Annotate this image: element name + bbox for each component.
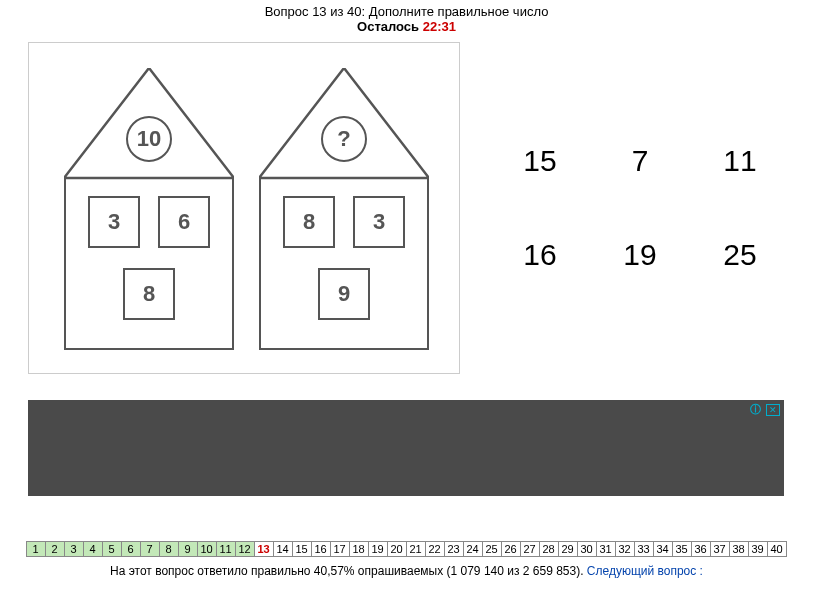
nav-question-9[interactable]: 9 [178,541,198,557]
question-nav: 1234567891011121314151617181920212223242… [0,540,813,557]
nav-question-26[interactable]: 26 [501,541,521,557]
nav-question-30[interactable]: 30 [577,541,597,557]
nav-question-20[interactable]: 20 [387,541,407,557]
house1-window-b: 6 [158,196,210,248]
house2-window-b: 3 [353,196,405,248]
nav-question-17[interactable]: 17 [330,541,350,557]
nav-question-34[interactable]: 34 [653,541,673,557]
nav-question-27[interactable]: 27 [520,541,540,557]
timer-label: Осталось [357,19,423,34]
ad-info-icon[interactable]: ⓘ [750,403,760,415]
nav-question-7[interactable]: 7 [140,541,160,557]
timer-value: 22:31 [423,19,456,34]
nav-question-1[interactable]: 1 [26,541,46,557]
nav-question-31[interactable]: 31 [596,541,616,557]
nav-question-18[interactable]: 18 [349,541,369,557]
nav-question-38[interactable]: 38 [729,541,749,557]
answer-option[interactable]: 16 [490,238,590,272]
nav-question-10[interactable]: 10 [197,541,217,557]
question-of: из 40: [327,4,369,19]
question-text: Дополните правильное число [369,4,549,19]
timer-line: Осталось 22:31 [0,19,813,34]
nav-question-8[interactable]: 8 [159,541,179,557]
question-number: 13 [312,4,326,19]
nav-question-12[interactable]: 12 [235,541,255,557]
nav-question-29[interactable]: 29 [558,541,578,557]
house2-body: 8 3 9 [259,178,429,350]
house1-body: 3 6 8 [64,178,234,350]
nav-question-36[interactable]: 36 [691,541,711,557]
nav-question-35[interactable]: 35 [672,541,692,557]
house1-window-a: 3 [88,196,140,248]
puzzle-image: 10 3 6 8 ? 8 3 9 [28,42,460,374]
nav-question-32[interactable]: 32 [615,541,635,557]
nav-question-4[interactable]: 4 [83,541,103,557]
nav-question-14[interactable]: 14 [273,541,293,557]
nav-question-19[interactable]: 19 [368,541,388,557]
footer-stats: На этот вопрос ответило правильно 40,57%… [110,564,587,578]
nav-question-11[interactable]: 11 [216,541,236,557]
question-prefix: Вопрос [265,4,313,19]
nav-question-39[interactable]: 39 [748,541,768,557]
ad-close-icon[interactable]: ✕ [766,404,780,416]
answer-option[interactable]: 11 [690,144,790,178]
nav-question-21[interactable]: 21 [406,541,426,557]
ad-banner: ⓘ ✕ [28,400,784,496]
house-1: 10 3 6 8 [64,68,234,348]
nav-question-5[interactable]: 5 [102,541,122,557]
question-header: Вопрос 13 из 40: Дополните правильное чи… [0,0,813,19]
answer-option[interactable]: 19 [590,238,690,272]
nav-question-25[interactable]: 25 [482,541,502,557]
answer-option[interactable]: 15 [490,144,590,178]
house1-window-c: 8 [123,268,175,320]
nav-question-3[interactable]: 3 [64,541,84,557]
house2-roof-value: ? [321,116,367,162]
nav-question-13[interactable]: 13 [254,541,274,557]
nav-question-28[interactable]: 28 [539,541,559,557]
house-2: ? 8 3 9 [259,68,429,348]
nav-question-2[interactable]: 2 [45,541,65,557]
nav-question-6[interactable]: 6 [121,541,141,557]
answers-block: 15 7 11 16 19 25 [490,144,813,272]
house1-roof-value: 10 [126,116,172,162]
answer-option[interactable]: 25 [690,238,790,272]
nav-question-15[interactable]: 15 [292,541,312,557]
next-question-link[interactable]: Следующий вопрос : [587,564,703,578]
nav-question-37[interactable]: 37 [710,541,730,557]
house2-window-a: 8 [283,196,335,248]
nav-question-24[interactable]: 24 [463,541,483,557]
footer-stats-line: На этот вопрос ответило правильно 40,57%… [0,564,813,578]
answer-option[interactable]: 7 [590,144,690,178]
nav-question-23[interactable]: 23 [444,541,464,557]
nav-question-16[interactable]: 16 [311,541,331,557]
nav-question-22[interactable]: 22 [425,541,445,557]
nav-question-33[interactable]: 33 [634,541,654,557]
nav-question-40[interactable]: 40 [767,541,787,557]
house2-window-c: 9 [318,268,370,320]
